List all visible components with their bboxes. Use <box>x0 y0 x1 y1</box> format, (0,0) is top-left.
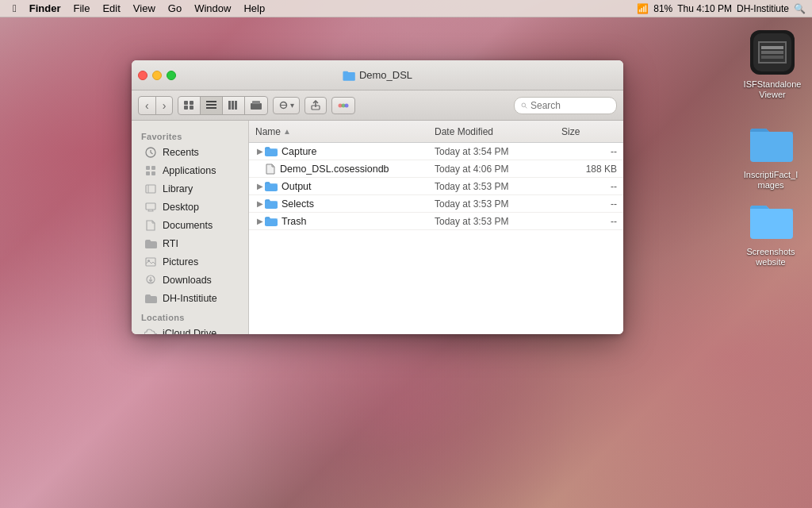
menu-go[interactable]: Go <box>162 2 188 14</box>
forward-button[interactable]: › <box>156 97 173 114</box>
expand-arrow: ▶ <box>255 147 265 156</box>
menu-help[interactable]: Help <box>237 2 271 14</box>
finder-window: Demo_DSL ‹ › <box>132 60 623 334</box>
menubar-username: DH-Institiute <box>737 3 789 14</box>
expand-arrow: ▶ <box>255 199 265 208</box>
tag-button[interactable] <box>331 97 355 114</box>
sidebar-item-documents[interactable]: Documents <box>135 217 245 234</box>
desktop:  Finder File Edit View Go Window Help 📶… <box>0 0 812 508</box>
svg-rect-2 <box>184 106 188 110</box>
maximize-button[interactable] <box>167 71 176 80</box>
search-input[interactable] <box>530 100 610 111</box>
view-icon-button[interactable] <box>178 97 201 114</box>
sidebar-item-dh-institute[interactable]: DH-Institiute <box>135 290 245 307</box>
sidebar-item-library-label: Library <box>163 183 193 194</box>
favorites-header: Favorites <box>132 127 248 143</box>
file-size: 188 KB <box>561 164 617 175</box>
sidebar-item-rti[interactable]: RTI <box>135 235 245 252</box>
svg-rect-21 <box>146 166 150 170</box>
table-row[interactable]: ▶ Capture Today at 3:54 PM -- <box>249 143 623 160</box>
back-button[interactable]: ‹ <box>139 97 156 114</box>
table-row[interactable]: ▶ Output Today at 3:53 PM -- <box>249 178 623 195</box>
icloud-icon <box>144 327 157 334</box>
svg-rect-1 <box>190 101 193 105</box>
sidebar-item-pictures[interactable]: Pictures <box>135 253 245 271</box>
view-options-button[interactable]: ▾ <box>273 97 300 114</box>
svg-rect-0 <box>184 101 188 105</box>
toolbar: ‹ › <box>132 90 623 121</box>
desktop-icon-isf[interactable]: ISFStandaloneViewer <box>741 27 804 100</box>
svg-rect-3 <box>190 106 193 110</box>
desktop-icon-small <box>144 201 157 214</box>
rti-icon <box>144 237 157 250</box>
file-date: Today at 3:54 PM <box>435 146 561 157</box>
sidebar-item-rti-label: RTI <box>163 238 178 249</box>
expand-arrow: ▶ <box>255 217 265 225</box>
file-name: Selects <box>282 198 314 210</box>
sidebar-item-desktop[interactable]: Desktop <box>135 198 245 216</box>
desktop-icon-isf-label: ISFStandaloneViewer <box>742 79 802 100</box>
menubar-time: Thu 4:10 PM <box>677 3 732 14</box>
table-row[interactable]: ▶ Selects Today at 3:53 PM -- <box>249 195 623 213</box>
content-area: Favorites Recents <box>132 121 623 334</box>
downloads-icon <box>144 274 157 287</box>
sidebar-item-desktop-label: Desktop <box>163 202 199 213</box>
menu-window[interactable]: Window <box>188 2 237 14</box>
menubar-search-icon[interactable]: 🔍 <box>794 3 806 14</box>
svg-rect-10 <box>251 103 262 110</box>
sort-arrow: ▲ <box>283 127 291 136</box>
window-title-text: Demo_DSL <box>359 69 412 81</box>
file-size: -- <box>561 181 617 192</box>
search-box[interactable] <box>514 97 617 114</box>
sidebar-item-downloads-label: Downloads <box>163 275 212 286</box>
locations-header: Locations <box>132 308 248 324</box>
desktop-icon-inscripti-label: InscriptiFact_Images <box>741 170 801 190</box>
file-icon <box>265 164 276 175</box>
table-row[interactable]: Demo_DSL.cosessiondb Today at 4:06 PM 18… <box>249 160 623 178</box>
desktop-icon-screenshots[interactable]: Screenshots website <box>739 194 802 267</box>
menu-file[interactable]: File <box>67 2 96 14</box>
dh-institute-icon <box>144 292 157 305</box>
library-icon <box>144 183 157 195</box>
app-name[interactable]: Finder <box>23 2 67 14</box>
svg-rect-8 <box>232 101 234 110</box>
minimize-button[interactable] <box>152 71 162 80</box>
view-list-button[interactable] <box>201 97 223 114</box>
view-columns-button[interactable] <box>223 97 245 114</box>
file-date: Today at 3:53 PM <box>435 216 561 227</box>
sidebar: Favorites Recents <box>132 121 249 334</box>
menubar-battery: 81% <box>653 3 672 14</box>
desktop-icon-screenshots-label: Screenshots website <box>741 247 801 267</box>
desktop-icon-inscripti[interactable]: InscriptiFact_Images <box>739 117 802 190</box>
menubar-wifi-icon: 📶 <box>637 3 649 14</box>
close-button[interactable] <box>138 71 147 80</box>
folder-icon <box>265 198 278 209</box>
sidebar-item-applications[interactable]: Applications <box>135 162 245 179</box>
view-gallery-button[interactable] <box>245 97 267 114</box>
file-date: Today at 3:53 PM <box>435 181 561 192</box>
menu-view[interactable]: View <box>127 2 162 14</box>
svg-rect-6 <box>206 107 216 109</box>
file-list-header: Name ▲ Date Modified Size <box>249 121 623 143</box>
svg-rect-5 <box>206 104 216 106</box>
file-name: Demo_DSL.cosessiondb <box>280 164 389 175</box>
col-size-label: Size <box>561 126 617 137</box>
svg-rect-4 <box>206 101 216 102</box>
sidebar-item-icloud[interactable]: iCloud Drive <box>135 325 245 334</box>
menubar:  Finder File Edit View Go Window Help 📶… <box>0 0 812 17</box>
sidebar-item-applications-label: Applications <box>163 165 216 176</box>
svg-rect-23 <box>146 171 150 175</box>
table-row[interactable]: ▶ Trash Today at 3:53 PM -- <box>249 213 623 230</box>
share-button[interactable] <box>304 97 327 114</box>
folder-icon <box>265 146 278 156</box>
apple-menu[interactable]:  <box>6 2 23 14</box>
sidebar-item-recents[interactable]: Recents <box>135 144 245 161</box>
applications-icon <box>144 164 157 177</box>
menu-edit[interactable]: Edit <box>96 2 126 14</box>
sidebar-item-library[interactable]: Library <box>135 180 245 198</box>
file-size: -- <box>561 198 617 210</box>
title-bar: Demo_DSL <box>132 60 623 90</box>
file-name: Trash <box>282 216 307 227</box>
svg-point-17 <box>345 103 349 107</box>
sidebar-item-downloads[interactable]: Downloads <box>135 271 245 289</box>
